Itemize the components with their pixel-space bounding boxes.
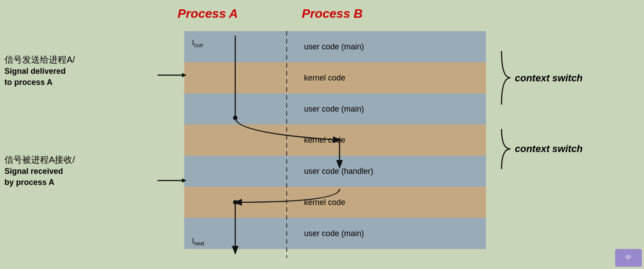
annotation-1-english-line2: to process A [4, 78, 52, 87]
row-6: user code (main) [184, 218, 486, 249]
process-b-header: Process B [302, 7, 363, 21]
cell-a-row-3 [184, 124, 291, 156]
arrow-annotation-1 [158, 70, 186, 80]
annotation-2-chinese: 信号被进程A接收/ [4, 153, 155, 166]
annotation-2-english: Signal received by process A [4, 166, 155, 188]
svg-marker-8 [182, 178, 186, 183]
annotation-1-english: Signal delivered to process A [4, 66, 155, 88]
icurr-sub: curr [194, 42, 203, 48]
diagram-area: user code (main)kernel codeuser code (ma… [184, 31, 486, 258]
annotation-signal-received: 信号被进程A接收/ Signal received by process A [4, 153, 155, 188]
cell-b-row-1: kernel code [291, 62, 486, 93]
process-b-label: Process B [302, 7, 363, 20]
brace-1-svg: context switch [497, 47, 621, 109]
cell-b-row-3: kernel code [291, 124, 486, 156]
label-inext: Inext [192, 237, 204, 247]
label-icurr: Icurr [192, 39, 203, 48]
annotation-1-english-line1: Signal delivered [4, 67, 66, 76]
ime-icon[interactable]: 中 [615, 249, 642, 267]
row-2: user code (main) [184, 93, 486, 124]
annotation-1-chinese: 信号发送给进程A/ [4, 53, 155, 66]
dashed-divider [286, 31, 287, 258]
row-4: user code (handler) [184, 156, 486, 187]
row-3: kernel code [184, 124, 486, 156]
brace-2-svg: context switch [497, 124, 621, 173]
inext-sub: next [194, 241, 204, 247]
cell-a-row-5 [184, 187, 291, 218]
main-container: Process A Process B 信号发送给进程A/ Signal del… [0, 0, 644, 269]
context-switch-2: context switch [497, 124, 621, 173]
cell-a-row-1 [184, 62, 291, 93]
cell-b-row-4: user code (handler) [291, 156, 486, 187]
arrow-annotation-2 [158, 176, 186, 185]
svg-marker-6 [182, 73, 186, 77]
row-5: kernel code [184, 187, 486, 218]
cell-a-row-4 [184, 156, 291, 187]
cell-b-row-6: user code (main) [291, 218, 486, 249]
cell-b-row-0: user code (main) [291, 31, 486, 62]
context-switch-1: context switch [497, 47, 621, 109]
row-1: kernel code [184, 62, 486, 93]
cell-b-row-2: user code (main) [291, 93, 486, 124]
row-0: user code (main) [184, 31, 486, 62]
annotation-2-english-line2: by process A [4, 178, 54, 187]
annotation-2-english-line1: Signal received [4, 167, 63, 176]
cell-b-row-5: kernel code [291, 187, 486, 218]
process-a-label: Process A [178, 7, 238, 20]
context-switch-2-label: context switch [515, 143, 583, 154]
ime-label: 中 [625, 254, 632, 262]
annotation-signal-delivered: 信号发送给进程A/ Signal delivered to process A [4, 53, 155, 88]
context-switch-1-label: context switch [515, 72, 583, 84]
cell-a-row-2 [184, 93, 291, 124]
process-a-header: Process A [178, 7, 238, 21]
